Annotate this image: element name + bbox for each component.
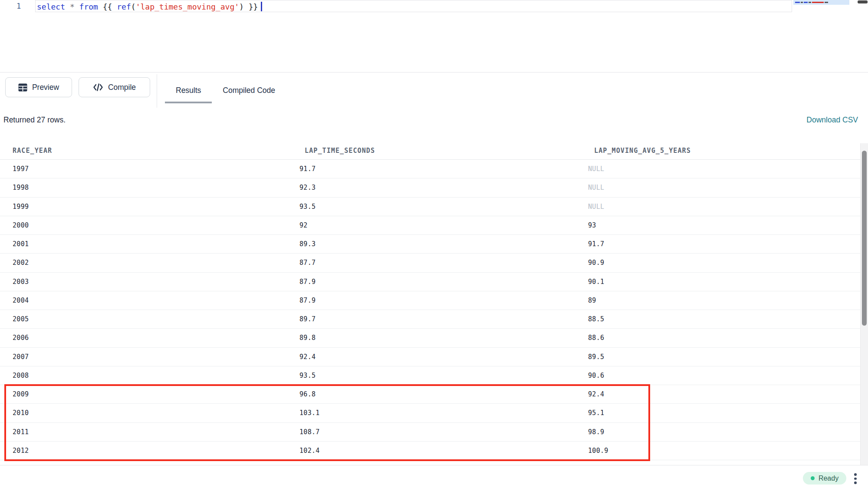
table-row: 200189.391.7 bbox=[0, 235, 860, 254]
table-cell: 87.7 bbox=[299, 259, 316, 267]
kebab-menu-icon[interactable] bbox=[854, 473, 857, 484]
download-csv-link[interactable]: Download CSV bbox=[806, 115, 858, 125]
table-cell: 89 bbox=[588, 297, 596, 304]
ready-status-badge: Ready bbox=[803, 472, 846, 485]
line-number: 1 bbox=[16, 2, 21, 10]
table-row: 200893.590.6 bbox=[0, 366, 860, 385]
table-cell: 93.5 bbox=[299, 203, 316, 211]
table-row: 200689.888.6 bbox=[0, 329, 860, 347]
column-header: LAP_TIME_SECONDS bbox=[305, 147, 375, 155]
compile-button-label: Compile bbox=[108, 83, 136, 92]
sql-editor[interactable]: 1 select * from {{ ref('lap_times_moving… bbox=[0, 0, 868, 72]
table-cell: 90.1 bbox=[588, 278, 604, 286]
table-cell: 96.8 bbox=[299, 390, 316, 398]
table-cell: 1999 bbox=[13, 203, 29, 211]
ready-dot-icon bbox=[811, 476, 815, 480]
table-row: 200996.892.4 bbox=[0, 385, 860, 404]
table-row: 200387.990.1 bbox=[0, 273, 860, 291]
table-row: 200487.989 bbox=[0, 291, 860, 310]
table-cell: 88.5 bbox=[588, 315, 604, 323]
tab-results[interactable]: Results bbox=[165, 73, 212, 108]
table-icon bbox=[18, 83, 27, 92]
table-cell: 103.1 bbox=[299, 409, 320, 417]
code-line[interactable]: select * from {{ ref('lap_times_moving_a… bbox=[37, 2, 262, 11]
code-token bbox=[65, 2, 70, 11]
table-cell: 89.3 bbox=[299, 240, 316, 248]
code-token: {{ bbox=[98, 2, 117, 11]
dbt-ide-page: 1 select * from {{ ref('lap_times_moving… bbox=[0, 0, 868, 488]
table-row: 200589.788.5 bbox=[0, 310, 860, 329]
code-token: select bbox=[37, 2, 65, 11]
results-tabs: ResultsCompiled Code bbox=[165, 73, 286, 108]
table-body: 199791.7NULL199892.3NULL199993.5NULL2000… bbox=[0, 160, 860, 460]
table-cell: 87.9 bbox=[299, 297, 316, 304]
table-cell: 2005 bbox=[13, 315, 29, 323]
table-scrollbar-thumb[interactable] bbox=[862, 151, 867, 326]
row-count-summary: Returned 27 rows. bbox=[3, 115, 66, 125]
code-token: from bbox=[79, 2, 98, 11]
table-cell: 98.9 bbox=[588, 428, 604, 436]
table-row: 2010103.195.1 bbox=[0, 404, 860, 422]
code-token: ( bbox=[131, 2, 136, 11]
compile-button[interactable]: Compile bbox=[79, 77, 150, 97]
table-cell: 2002 bbox=[13, 259, 29, 267]
table-cell: NULL bbox=[588, 184, 604, 191]
table-cell: 92.3 bbox=[299, 184, 316, 191]
table-cell: 2000 bbox=[13, 221, 29, 229]
table-cell: 2006 bbox=[13, 334, 29, 342]
code-token: }} bbox=[244, 2, 258, 11]
table-row: 20009293 bbox=[0, 216, 860, 235]
table-header-row: RACE_YEARLAP_TIME_SECONDSLAP_MOVING_AVG_… bbox=[0, 141, 860, 160]
code-token: ) bbox=[239, 2, 244, 11]
table-cell: 92.4 bbox=[588, 390, 604, 398]
minimap bbox=[793, 0, 849, 5]
code-icon bbox=[93, 83, 103, 92]
table-cell: 108.7 bbox=[299, 428, 320, 436]
table-cell: 2010 bbox=[13, 409, 29, 417]
table-scrollbar[interactable] bbox=[860, 143, 868, 465]
table-cell: 1997 bbox=[13, 165, 29, 173]
table-cell: 91.7 bbox=[588, 240, 604, 248]
table-cell: 87.9 bbox=[299, 278, 316, 286]
table-cell: 2009 bbox=[13, 390, 29, 398]
table-cell: 102.4 bbox=[299, 447, 320, 455]
table-cell: 2003 bbox=[13, 278, 29, 286]
status-bar: Ready bbox=[0, 465, 868, 488]
table-cell: 2007 bbox=[13, 353, 29, 361]
table-cell: 92.4 bbox=[299, 353, 316, 361]
table-cell: 95.1 bbox=[588, 409, 604, 417]
code-token: * bbox=[70, 2, 75, 11]
code-token bbox=[75, 2, 79, 11]
table-cell: 92 bbox=[299, 221, 308, 229]
code-token: ref bbox=[117, 2, 131, 11]
column-header: RACE_YEAR bbox=[13, 147, 52, 155]
table-row: 199892.3NULL bbox=[0, 178, 860, 197]
table-cell: 90.6 bbox=[588, 372, 604, 379]
table-cell: 90.9 bbox=[588, 259, 604, 267]
results-toolbar: Preview Compile ResultsCompiled Code bbox=[0, 72, 868, 108]
code-token: 'lap_times_moving_avg' bbox=[136, 2, 239, 11]
toolbar-divider bbox=[157, 74, 157, 108]
table-cell: 2012 bbox=[13, 447, 29, 455]
editor-scrollbar-thumb[interactable] bbox=[858, 0, 868, 3]
table-cell: 88.6 bbox=[588, 334, 604, 342]
table-cell: 93.5 bbox=[299, 372, 316, 379]
table-row: 199993.5NULL bbox=[0, 198, 860, 216]
table-cell: NULL bbox=[588, 165, 604, 173]
table-cell: 91.7 bbox=[299, 165, 316, 173]
table-cell: 89.5 bbox=[588, 353, 604, 361]
table-row: 2011108.798.9 bbox=[0, 423, 860, 442]
table-row: 2012102.4100.9 bbox=[0, 442, 860, 460]
table-cell: 100.9 bbox=[588, 447, 608, 455]
table-cell: 89.7 bbox=[299, 315, 316, 323]
table-cell: 89.8 bbox=[299, 334, 316, 342]
tab-compiled-code[interactable]: Compiled Code bbox=[212, 73, 286, 108]
column-header: LAP_MOVING_AVG_5_YEARS bbox=[594, 147, 691, 155]
table-cell: NULL bbox=[588, 203, 604, 211]
table-cell: 2004 bbox=[13, 297, 29, 304]
table-row: 200287.790.9 bbox=[0, 254, 860, 272]
table-row: 199791.7NULL bbox=[0, 160, 860, 178]
preview-button[interactable]: Preview bbox=[5, 77, 72, 97]
ready-status-label: Ready bbox=[819, 475, 838, 482]
text-cursor bbox=[261, 2, 262, 11]
